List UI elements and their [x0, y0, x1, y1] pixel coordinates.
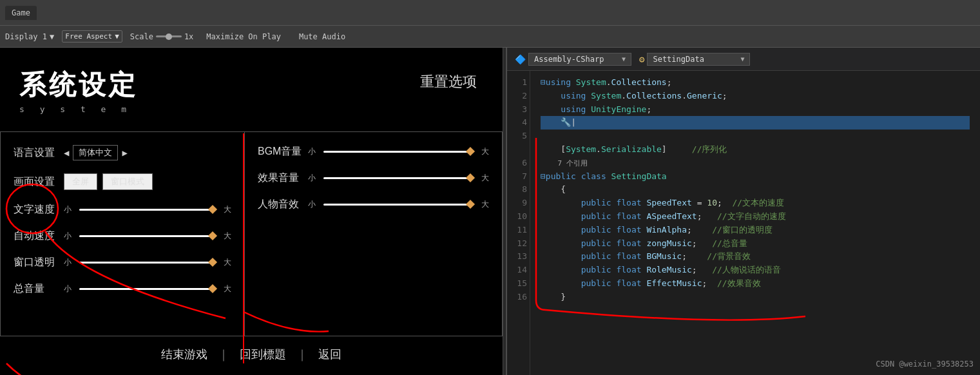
window-button[interactable]: 窗口模式 [102, 173, 153, 190]
auto-speed-label: 自动速度 [14, 229, 59, 243]
lang-prev-icon[interactable]: ◀ [64, 148, 69, 158]
text-speed-setting: 文字速度 小 大 [1, 197, 244, 223]
assembly-section: 🔷 Assembly-CSharp ▼ [515, 53, 631, 66]
fullscreen-button[interactable]: 全屏 [64, 173, 97, 190]
char-audio-label: 人物音效 [258, 198, 303, 211]
effect-volume-setting: 效果音量 小 大 [258, 165, 489, 191]
bgm-label: BGM音量 [258, 145, 303, 159]
settings-right: BGM音量 小 大 效果音量 小 大 [245, 131, 503, 336]
bgm-min: 小 [308, 146, 316, 157]
master-volume-max: 大 [224, 284, 231, 294]
auto-speed-max: 大 [224, 231, 231, 242]
code-content: ⊟using System.Collections; using System.… [530, 71, 980, 375]
window-opacity-max: 大 [224, 257, 231, 268]
effect-min: 小 [308, 173, 316, 184]
bgm-slider[interactable] [323, 151, 474, 153]
text-speed-max: 大 [224, 204, 231, 215]
game-title-en: s y s t e m [19, 104, 138, 114]
class-section: ⚙ SettingData ▼ [639, 53, 750, 66]
auto-speed-setting: 自动速度 小 大 [1, 223, 244, 249]
game-panel: 系统设定 s y s t e m 重置选项 语言设置 ◀ 简体中文 ▶ [0, 48, 503, 375]
back-to-title-button[interactable]: 回到標題 [240, 347, 286, 362]
master-volume-label: 总音量 [14, 282, 59, 296]
bgm-volume-setting: BGM音量 小 大 [258, 139, 489, 165]
effect-slider[interactable] [323, 177, 474, 179]
bottom-nav: 结束游戏 ｜ 回到標題 ｜ 返回 [0, 347, 503, 362]
settings-grid: 语言设置 ◀ 简体中文 ▶ 画面设置 全屏 窗口模式 [0, 131, 503, 336]
class-label: SettingData [653, 55, 704, 64]
title-area: 系统设定 s y s t e m [19, 67, 138, 114]
aspect-label: Free Aspect [65, 32, 112, 41]
line-numbers: 1 2 3 4 5 6 7 8 9 10 11 12 13 14 15 16 [507, 71, 530, 375]
top-bar: Game [0, 0, 980, 26]
nav-sep-2: ｜ [296, 347, 308, 362]
char-audio-setting: 人物音效 小 大 [258, 191, 489, 218]
aspect-dropdown[interactable]: Free Aspect ▼ [62, 30, 122, 43]
main-content: 系统设定 s y s t e m 重置选项 语言设置 ◀ 简体中文 ▶ [0, 48, 980, 375]
nav-sep-1: ｜ [218, 347, 229, 362]
scale-label: Scale [130, 32, 153, 41]
mute-button[interactable]: Mute Audio [294, 31, 351, 43]
class-icon: ⚙ [639, 54, 644, 64]
screen-label: 画面设置 [14, 175, 59, 189]
scale-control: Scale 1x [130, 32, 194, 41]
watermark: CSDN @weixin_39538253 [876, 360, 974, 369]
language-label: 语言设置 [14, 146, 59, 160]
maximize-button[interactable]: Maximize On Play [201, 31, 286, 43]
text-speed-label: 文字速度 [14, 203, 59, 216]
char-audio-max: 大 [481, 199, 489, 210]
char-audio-min: 小 [308, 199, 316, 210]
language-control[interactable]: ◀ 简体中文 ▶ [64, 145, 128, 160]
code-header: 🔷 Assembly-CSharp ▼ ⚙ SettingData ▼ [507, 48, 980, 71]
auto-speed-slider[interactable] [79, 235, 216, 237]
text-speed-slider[interactable] [79, 209, 216, 211]
assembly-label: Assembly-CSharp [534, 55, 604, 64]
display-label: Display 1 [5, 32, 47, 41]
lang-next-icon[interactable]: ▶ [122, 148, 127, 158]
effect-max: 大 [481, 173, 489, 184]
class-arrow: ▼ [740, 55, 744, 63]
end-game-button[interactable]: 结束游戏 [161, 347, 207, 362]
code-panel: 🔷 Assembly-CSharp ▼ ⚙ SettingData ▼ 1 2 … [506, 48, 980, 375]
char-audio-slider[interactable] [323, 204, 474, 206]
aspect-arrow: ▼ [115, 32, 119, 41]
master-volume-min: 小 [64, 284, 72, 294]
assembly-dropdown[interactable]: Assembly-CSharp ▼ [528, 53, 631, 66]
screen-buttons: 全屏 窗口模式 [64, 173, 153, 190]
window-opacity-label: 窗口透明 [14, 256, 59, 269]
display-selector[interactable]: Display 1 ▼ [5, 32, 54, 41]
toolbar: Display 1 ▼ Free Aspect ▼ Scale 1x Maxim… [0, 26, 980, 48]
language-setting: 语言设置 ◀ 简体中文 ▶ [1, 139, 244, 167]
master-volume-slider[interactable] [79, 288, 216, 290]
master-volume-setting: 总音量 小 大 [1, 276, 244, 302]
window-opacity-min: 小 [64, 257, 72, 268]
class-dropdown[interactable]: SettingData ▼ [647, 53, 750, 66]
display-arrow: ▼ [50, 32, 54, 41]
window-opacity-setting: 窗口透明 小 大 [1, 249, 244, 276]
settings-left: 语言设置 ◀ 简体中文 ▶ 画面设置 全屏 窗口模式 [0, 131, 245, 336]
effect-label: 效果音量 [258, 171, 303, 185]
assembly-icon: 🔷 [515, 54, 526, 64]
reset-button[interactable]: 重置选项 [420, 72, 477, 91]
auto-speed-min: 小 [64, 231, 72, 242]
game-title-cn: 系统设定 [19, 67, 138, 103]
language-value: 简体中文 [73, 145, 118, 160]
text-speed-min: 小 [64, 204, 72, 215]
code-body: 1 2 3 4 5 6 7 8 9 10 11 12 13 14 15 16 ⊟… [507, 71, 980, 375]
scale-value: 1x [184, 32, 193, 41]
game-tab[interactable]: Game [5, 6, 37, 20]
window-opacity-slider[interactable] [79, 262, 216, 264]
scale-slider[interactable] [156, 35, 182, 37]
bgm-max: 大 [481, 146, 489, 157]
return-button[interactable]: 返回 [318, 347, 341, 362]
assembly-arrow: ▼ [622, 55, 626, 63]
screen-setting: 画面设置 全屏 窗口模式 [1, 167, 244, 197]
